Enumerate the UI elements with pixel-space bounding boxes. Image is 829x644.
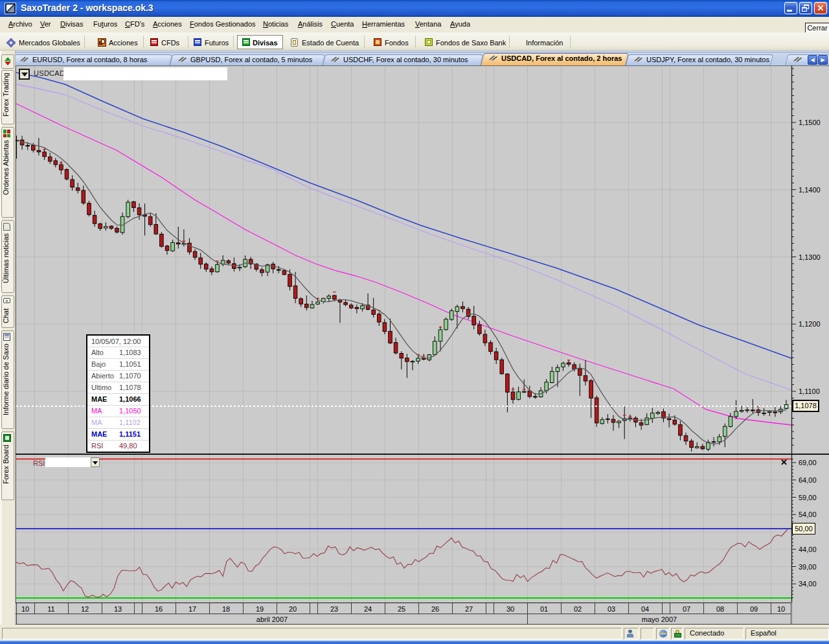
svg-text:27: 27 [465,605,473,613]
svg-text:02: 02 [574,605,582,613]
svg-text:08: 08 [716,605,724,613]
svg-text:10: 10 [21,605,29,613]
svg-text:24: 24 [364,605,372,613]
svg-text:20: 20 [289,605,297,613]
svg-text:1,1200: 1,1200 [799,320,821,328]
svg-text:26: 26 [431,605,439,613]
svg-text:03: 03 [608,605,615,613]
svg-text:17: 17 [188,605,196,613]
svg-text:59,00: 59,00 [799,494,817,501]
svg-text:19: 19 [256,605,264,613]
svg-text:64,00: 64,00 [799,476,817,484]
svg-text:30: 30 [506,605,514,613]
svg-text:1,1400: 1,1400 [799,186,821,194]
svg-text:18: 18 [222,605,230,613]
svg-text:1,1300: 1,1300 [799,253,821,261]
svg-text:01: 01 [540,605,548,613]
svg-text:11: 11 [47,605,54,613]
svg-text:04: 04 [641,605,649,613]
svg-text:44,00: 44,00 [799,546,817,553]
svg-text:1,1500: 1,1500 [799,119,821,126]
svg-text:1,1100: 1,1100 [799,387,820,395]
svg-text:07: 07 [683,605,690,613]
svg-text:13: 13 [114,605,122,613]
svg-text:16: 16 [155,605,163,613]
svg-text:abril 2007: abril 2007 [256,615,288,623]
svg-text:54,00: 54,00 [799,511,817,518]
svg-text:12: 12 [81,605,89,613]
svg-text:34,00: 34,00 [799,580,817,588]
svg-text:mayo 2007: mayo 2007 [642,615,677,623]
svg-text:39,00: 39,00 [799,563,817,571]
svg-text:25: 25 [398,605,405,613]
svg-text:23: 23 [330,605,338,613]
svg-text:10: 10 [777,605,785,613]
svg-text:09: 09 [750,605,758,613]
svg-text:69,00: 69,00 [799,459,817,466]
